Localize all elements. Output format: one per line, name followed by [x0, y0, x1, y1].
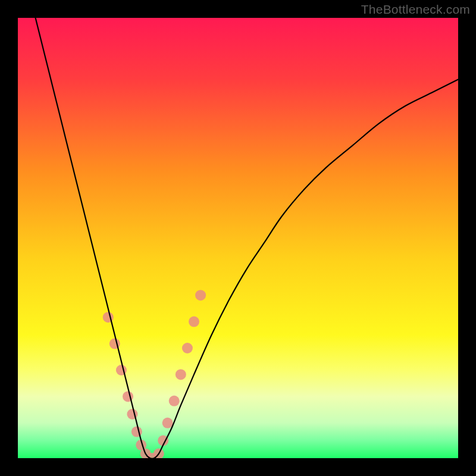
- plot-area: [18, 18, 458, 458]
- highlight-dots-group: [103, 290, 206, 458]
- highlight-dot: [176, 369, 186, 380]
- highlight-dot: [195, 290, 206, 300]
- highlight-dot: [182, 343, 193, 353]
- highlight-dot: [162, 418, 173, 428]
- watermark-text: TheBottleneck.com: [361, 2, 470, 17]
- highlight-dot: [131, 427, 142, 437]
- curve-layer: [18, 18, 458, 458]
- highlight-dot: [189, 317, 199, 327]
- highlight-dot: [169, 396, 180, 406]
- bottleneck-curve: [36, 18, 458, 458]
- chart-frame: TheBottleneck.com: [0, 0, 476, 476]
